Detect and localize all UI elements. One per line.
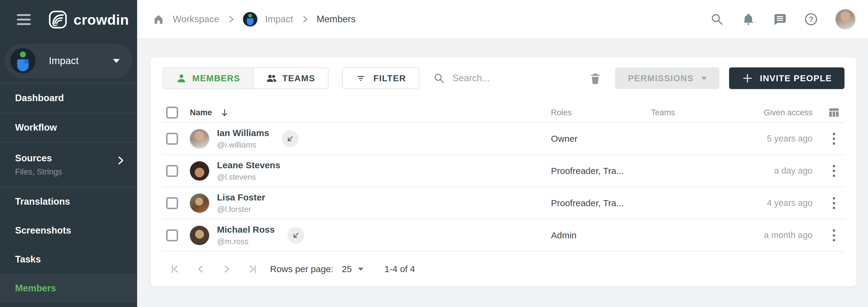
rows-per-page-label: Rows per page:: [270, 264, 333, 274]
trash-icon[interactable]: [589, 72, 602, 85]
sidebar-item-translations[interactable]: Translations: [0, 187, 137, 216]
topbar-actions: ?: [710, 9, 855, 29]
member-username: @i.williams: [217, 140, 269, 149]
first-page-icon[interactable]: [169, 263, 181, 275]
chat-icon[interactable]: [773, 12, 786, 26]
sidebar-item-label: Tasks: [15, 254, 41, 265]
sidebar-item-sublabel: Files, Strings: [15, 167, 62, 177]
main-content: MEMBERS TEAMS FILTER: [137, 39, 868, 307]
permissions-label: PERMISSIONS: [628, 73, 693, 83]
sidebar-item-label: Members: [15, 283, 56, 294]
select-all-checkbox[interactable]: [166, 107, 178, 118]
tab-members[interactable]: MEMBERS: [163, 67, 253, 89]
brand-name: crowdin: [73, 11, 129, 28]
row-checkbox[interactable]: [166, 229, 178, 241]
plus-icon: [742, 72, 753, 84]
search-icon: [433, 72, 445, 84]
home-icon[interactable]: [152, 13, 165, 26]
member-username: @l.forster: [217, 205, 265, 214]
table-row[interactable]: Michael Ross @m.ross Admin a month ago: [163, 219, 844, 251]
table-row[interactable]: Lisa Foster @l.forster Proofreader, Tra.…: [163, 187, 844, 219]
tab-label: MEMBERS: [192, 73, 240, 83]
breadcrumb-workspace[interactable]: Workspace: [173, 14, 219, 25]
row-menu-icon[interactable]: [828, 228, 840, 243]
search-icon[interactable]: [710, 12, 724, 26]
topbar: Workspace Impact Members ?: [137, 0, 868, 39]
menu-icon[interactable]: [17, 11, 31, 28]
sidebar-item-label: Workflow: [15, 122, 57, 133]
row-menu-icon[interactable]: [828, 164, 840, 178]
column-header-teams: Teams: [651, 108, 697, 117]
member-roles: Proofreader, Tra...: [551, 198, 651, 208]
rows-per-page-select[interactable]: 25: [342, 264, 363, 274]
filter-button[interactable]: FILTER: [342, 67, 419, 89]
sort-descending-icon: [220, 108, 229, 117]
member-avatar: [190, 194, 209, 213]
project-switcher[interactable]: Impact: [5, 44, 132, 78]
member-given-access: a day ago: [697, 166, 824, 176]
row-menu-icon[interactable]: [828, 196, 840, 210]
member-given-access: 4 years ago: [697, 198, 824, 208]
rows-per-page-value: 25: [342, 264, 352, 274]
column-settings-icon[interactable]: [828, 106, 840, 119]
sidebar-item-dashboard[interactable]: Dashboard: [0, 84, 137, 112]
brand-bar: crowdin: [0, 0, 137, 39]
sidebar-item-sources[interactable]: Sources Files, Strings: [0, 143, 137, 186]
sidebar-item-workflow[interactable]: Workflow: [0, 113, 137, 142]
column-label: Name: [190, 108, 212, 117]
chevron-right-icon: [227, 15, 235, 23]
sidebar-item-screenshots[interactable]: Screenshots: [0, 216, 137, 245]
breadcrumb-project[interactable]: Impact: [265, 14, 293, 25]
tab-label: TEAMS: [282, 73, 315, 83]
column-header-name[interactable]: Name: [190, 108, 551, 117]
sidebar-item-tasks[interactable]: Tasks: [0, 245, 137, 274]
table-row[interactable]: Ian Williams @i.williams Owner 5 years a…: [163, 123, 844, 155]
member-username: @l.stevens: [217, 172, 280, 182]
member-avatar: [190, 161, 209, 180]
column-header-roles: Roles: [551, 108, 651, 117]
member-avatar: [190, 129, 209, 148]
project-name: Impact: [49, 55, 79, 67]
chevron-right-icon: [301, 15, 309, 23]
sidebar-item-label: Screenshots: [15, 225, 71, 236]
member-name: Lisa Foster: [217, 192, 265, 203]
pagination-range: 1-4 of 4: [384, 264, 415, 274]
member-name: Michael Ross: [217, 225, 275, 235]
search-box: [433, 72, 589, 84]
permissions-button[interactable]: PERMISSIONS: [615, 67, 719, 89]
project-logo: [243, 12, 257, 27]
member-roles: Proofreader, Tra...: [551, 166, 651, 176]
crowdin-logo[interactable]: crowdin: [48, 10, 129, 29]
chevron-down-icon: [358, 268, 364, 271]
sidebar-item-members[interactable]: Members: [0, 274, 137, 303]
member-name: Ian Williams: [217, 128, 269, 138]
search-input[interactable]: [453, 73, 589, 84]
row-checkbox[interactable]: [166, 133, 178, 145]
next-page-icon[interactable]: [221, 263, 233, 275]
filter-label: FILTER: [373, 73, 406, 83]
user-avatar[interactable]: [835, 9, 855, 29]
project-logo: [10, 48, 36, 73]
members-card: MEMBERS TEAMS FILTER: [151, 57, 857, 286]
row-checkbox[interactable]: [166, 197, 178, 209]
toolbar: MEMBERS TEAMS FILTER: [163, 67, 844, 89]
row-checkbox[interactable]: [166, 165, 178, 177]
last-page-icon[interactable]: [247, 263, 258, 275]
member-name: Leane Stevens: [217, 160, 280, 170]
sidebar-item-label: Dashboard: [15, 93, 64, 104]
row-menu-icon[interactable]: [828, 132, 840, 146]
tab-teams[interactable]: TEAMS: [253, 67, 329, 89]
svg-text:?: ?: [809, 15, 813, 24]
help-icon[interactable]: ?: [804, 12, 818, 26]
person-icon: [176, 73, 187, 84]
sidebar-item-label: Translations: [15, 196, 70, 207]
column-header-given-access: Given access: [697, 108, 824, 117]
previous-page-icon[interactable]: [195, 263, 207, 275]
member-roles: Admin: [551, 230, 651, 240]
joined-via-invite-icon: [282, 130, 299, 147]
filter-icon: [355, 73, 366, 84]
invite-people-button[interactable]: INVITE PEOPLE: [729, 67, 844, 89]
sidebar-nav: Dashboard Workflow Sources Files, String…: [0, 84, 137, 307]
bell-icon[interactable]: [741, 12, 755, 26]
table-row[interactable]: Leane Stevens @l.stevens Proofreader, Tr…: [163, 155, 844, 187]
